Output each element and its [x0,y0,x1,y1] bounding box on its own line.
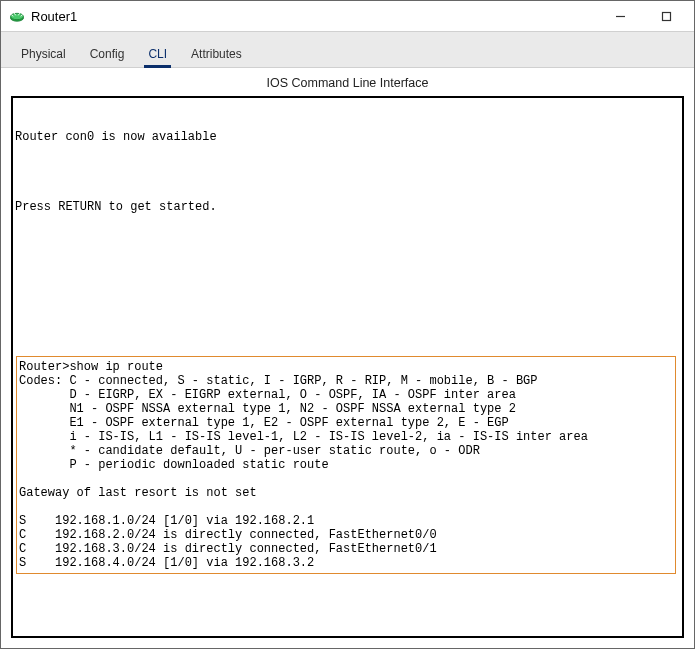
cli-line: P - periodic downloaded static route [19,458,329,472]
window-controls [602,2,690,30]
maximize-button[interactable] [648,2,684,30]
cli-line: Press RETURN to get started. [15,200,217,214]
cli-line: E1 - OSPF external type 1, E2 - OSPF ext… [19,416,509,430]
minimize-button[interactable] [602,2,638,30]
cli-terminal-frame: Router con0 is now available Press RETUR… [11,96,684,638]
cli-line: N1 - OSPF NSSA external type 1, N2 - OSP… [19,402,516,416]
tab-physical[interactable]: Physical [9,41,78,67]
tab-cli[interactable]: CLI [136,41,179,67]
cli-line: Gateway of last resort is not set [19,486,257,500]
tabs-bar: Physical Config CLI Attributes [1,37,694,68]
route-entry: S 192.168.1.0/24 [1/0] via 192.168.2.1 [19,514,314,528]
cli-command: Router>show ip route [19,360,163,374]
cli-line: i - IS-IS, L1 - IS-IS level-1, L2 - IS-I… [19,430,588,444]
titlebar: Router1 [1,1,694,31]
svg-rect-3 [662,12,670,20]
app-window: Router1 Physical Config CLI Attributes I… [0,0,695,649]
route-entry: S 192.168.4.0/24 [1/0] via 192.168.3.2 [19,556,314,570]
cli-terminal[interactable]: Router con0 is now available Press RETUR… [13,98,682,636]
cli-output-top: Router con0 is now available Press RETUR… [15,102,680,354]
cli-output-routes: Router>show ip route Codes: C - connecte… [19,360,673,570]
route-entry: C 192.168.2.0/24 is directly connected, … [19,528,437,542]
cli-line: Router con0 is now available [15,130,217,144]
cli-line: D - EIGRP, EX - EIGRP external, O - OSPF… [19,388,516,402]
tab-attributes[interactable]: Attributes [179,41,254,67]
window-title: Router1 [31,9,77,24]
cli-line: * - candidate default, U - per-user stat… [19,444,480,458]
cli-line: Codes: C - connected, S - static, I - IG… [19,374,537,388]
svg-point-1 [11,13,24,19]
tab-config[interactable]: Config [78,41,137,67]
cli-section-header: IOS Command Line Interface [1,68,694,96]
route-entry: C 192.168.3.0/24 is directly connected, … [19,542,437,556]
highlight-box: Router>show ip route Codes: C - connecte… [16,356,676,574]
router-icon [9,8,25,24]
